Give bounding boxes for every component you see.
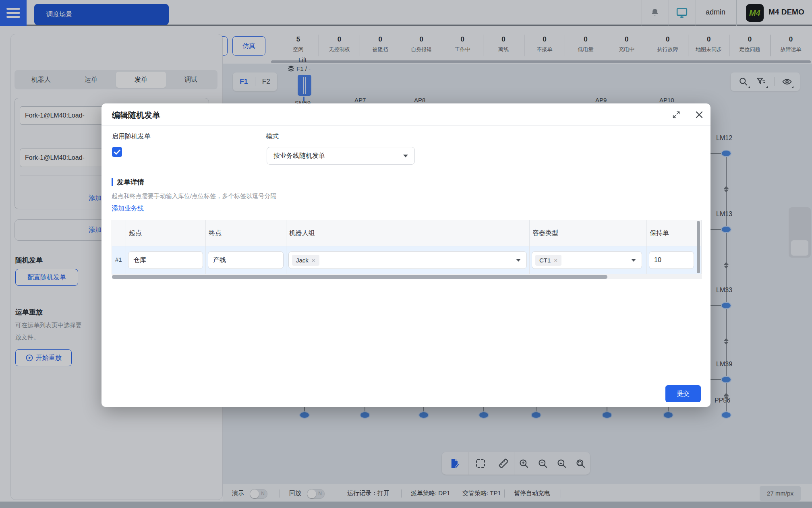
end-point-input[interactable] <box>208 251 284 269</box>
section-accent-bar <box>112 178 113 186</box>
maximize-button[interactable] <box>672 110 681 119</box>
mode-select[interactable]: 按业务线随机发单 <box>267 147 415 165</box>
table-vertical-scrollbar[interactable] <box>697 221 700 273</box>
divider <box>102 379 710 379</box>
column-header-start: 起点 <box>129 229 142 237</box>
close-icon <box>694 110 704 120</box>
edit-random-dispatch-modal: 编辑随机发单 启用随机发单 模式 按业务线随机发单 发单详情 起点和终点需要手动… <box>102 103 710 407</box>
tag-label: CT1 <box>539 257 551 264</box>
column-header-container-type: 容器类型 <box>532 229 558 237</box>
chevron-down-icon <box>631 259 636 262</box>
table-header <box>112 220 701 246</box>
submit-button[interactable]: 提交 <box>665 385 701 402</box>
tag-remove-icon[interactable]: × <box>554 257 557 264</box>
tag-remove-icon[interactable]: × <box>312 257 315 264</box>
expand-icon <box>672 110 681 119</box>
column-header-keep-orders: 保持单 <box>650 229 669 237</box>
add-business-line-link[interactable]: 添加业务线 <box>112 204 144 213</box>
keep-orders-input[interactable] <box>649 251 694 269</box>
robot-group-select[interactable]: Jack × <box>288 251 527 269</box>
divider <box>102 125 710 126</box>
robot-group-tag: Jack × <box>292 255 319 266</box>
modal-title: 编辑随机发单 <box>112 110 160 121</box>
close-button[interactable] <box>694 110 704 120</box>
column-header-end: 终点 <box>209 229 222 237</box>
app-screen: 调度场景 admin M4 M4 DEMO AI 诊断 DEMO <box>0 0 812 508</box>
mode-select-value: 按业务线随机发单 <box>267 152 325 160</box>
check-icon <box>112 147 122 157</box>
business-line-table: 起点 终点 机器人组 容器类型 保持单 #1 Jack × CT1 × <box>112 220 702 275</box>
container-type-tag: CT1 × <box>535 255 561 266</box>
row-index: #1 <box>115 256 122 263</box>
mode-label: 模式 <box>266 132 279 141</box>
tag-label: Jack <box>296 257 309 264</box>
column-header-robot-group: 机器人组 <box>289 229 315 237</box>
enable-random-dispatch-checkbox[interactable] <box>112 147 122 157</box>
dispatch-detail-title: 发单详情 <box>117 178 144 187</box>
dispatch-detail-desc: 起点和终点需要手动输入库位/点位标签，多个标签以逗号分隔 <box>112 192 276 200</box>
table-horizontal-scrollbar[interactable] <box>112 275 702 279</box>
start-point-input[interactable] <box>128 251 203 269</box>
chevron-down-icon <box>403 155 408 157</box>
container-type-select[interactable]: CT1 × <box>532 251 642 269</box>
scrollbar-thumb[interactable] <box>112 275 607 279</box>
enable-random-dispatch-label: 启用随机发单 <box>112 132 151 141</box>
chevron-down-icon <box>516 259 521 262</box>
